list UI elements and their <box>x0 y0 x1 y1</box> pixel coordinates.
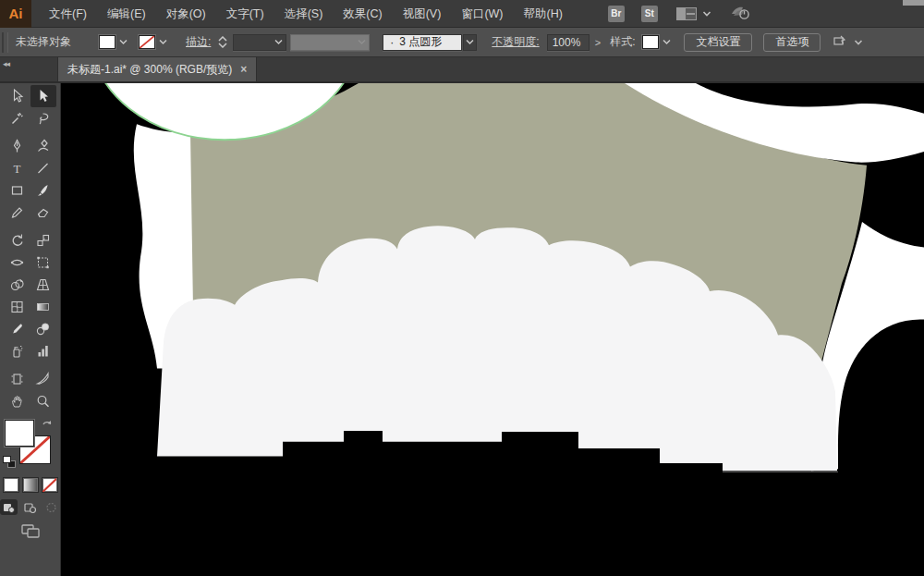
screen-mode-button[interactable] <box>0 523 60 539</box>
opacity-expand-button[interactable]: > <box>595 37 601 48</box>
type-icon: T <box>9 161 25 176</box>
hand-tool[interactable] <box>5 390 30 412</box>
eyedropper-icon <box>9 322 25 337</box>
none-button[interactable] <box>42 477 58 493</box>
swap-fill-stroke-icon[interactable] <box>41 418 54 435</box>
column-graph-icon <box>35 344 51 359</box>
gradient-button[interactable] <box>22 477 39 493</box>
eraser-tool[interactable] <box>30 202 56 224</box>
variable-width-profile-select <box>290 34 370 51</box>
perspective-grid-tool[interactable] <box>30 274 56 296</box>
brush-definition-chevron-icon[interactable] <box>463 34 477 51</box>
pen-tool[interactable] <box>5 135 30 157</box>
drawing-mode-buttons <box>0 499 60 515</box>
menu-help[interactable]: 帮助(H) <box>514 0 573 28</box>
control-bar: 未选择对象 描边: · 3 点圆形 不透明度: 100% > 样式: 文档设置 … <box>0 28 924 57</box>
free-transform-icon <box>35 255 51 270</box>
cs-live-icon[interactable] <box>730 3 752 25</box>
fill-color-chevron-icon[interactable] <box>117 35 129 49</box>
zoom-icon <box>35 394 51 409</box>
blend-tool[interactable] <box>30 318 56 340</box>
artboard-icon <box>9 372 25 386</box>
selection-status: 未选择对象 <box>16 34 71 50</box>
shape-builder-tool[interactable] <box>5 274 30 296</box>
slice-tool[interactable] <box>30 368 56 390</box>
tab-close-icon[interactable]: × <box>240 63 247 76</box>
tools-panel: T <box>0 83 61 576</box>
width-tool[interactable] <box>5 251 30 274</box>
workspace-layout-icon <box>676 7 697 20</box>
draw-normal-button[interactable] <box>0 499 18 515</box>
line-segment-tool[interactable] <box>30 157 56 179</box>
lasso-tool[interactable] <box>30 107 56 129</box>
menu-effect[interactable]: 效果(C) <box>333 0 392 28</box>
menu-type[interactable]: 文字(T) <box>216 0 274 28</box>
stroke-weight-select[interactable] <box>233 34 286 51</box>
canvas-area[interactable] <box>61 83 924 576</box>
bridge-button[interactable]: Br <box>608 6 625 22</box>
menu-select[interactable]: 选择(S) <box>274 0 334 28</box>
tool-group <box>0 85 60 129</box>
symbol-sprayer-tool[interactable] <box>5 340 30 362</box>
zoom-tool[interactable] <box>30 390 56 412</box>
column-graph-tool[interactable] <box>30 340 56 362</box>
menu-view[interactable]: 视图(V) <box>393 0 452 28</box>
opacity-link[interactable]: 不透明度: <box>492 34 539 50</box>
artwork <box>61 83 924 576</box>
direct-selection-icon <box>35 89 51 104</box>
illustrator-logo-icon: Ai <box>0 0 31 28</box>
default-fill-stroke-icon[interactable] <box>3 456 16 468</box>
menu-object[interactable]: 对象(O) <box>156 0 216 28</box>
control-bar-grip[interactable] <box>2 32 8 53</box>
paintbrush-icon <box>35 183 51 198</box>
chevron-down-icon <box>854 39 863 46</box>
control-panel-menu[interactable] <box>833 35 863 49</box>
free-transform-tool[interactable] <box>30 251 56 274</box>
rectangle-tool[interactable] <box>5 179 30 202</box>
gradient-tool[interactable] <box>30 296 56 318</box>
lasso-icon <box>35 111 51 126</box>
document-setup-button[interactable]: 文档设置 <box>684 33 752 52</box>
magic-wand-tool[interactable] <box>5 107 30 129</box>
curvature-tool[interactable] <box>30 135 56 157</box>
type-tool[interactable]: T <box>5 157 30 179</box>
document-tab[interactable]: 未标题-1.ai* @ 300% (RGB/预览) × <box>57 57 257 81</box>
style-chevron-icon[interactable] <box>661 35 673 49</box>
style-swatch[interactable] <box>642 35 659 49</box>
draw-behind-button[interactable] <box>21 499 39 515</box>
svg-text:T: T <box>14 162 21 176</box>
mesh-tool[interactable] <box>5 296 30 318</box>
artboard-tool[interactable] <box>5 368 30 390</box>
brush-bullet: · <box>390 36 394 49</box>
workspace-switcher[interactable] <box>676 7 711 20</box>
document-tab-bar: ◂◂ 未标题-1.ai* @ 300% (RGB/预览) × <box>0 57 924 83</box>
selection-tool[interactable] <box>5 85 30 107</box>
pen-icon <box>9 139 25 153</box>
opacity-input[interactable]: 100% <box>547 34 590 51</box>
color-button[interactable] <box>3 477 19 493</box>
color-mode-buttons <box>0 477 60 493</box>
eyedropper-tool[interactable] <box>5 318 30 340</box>
shape-builder-icon <box>9 277 25 292</box>
stroke-color-chevron-icon[interactable] <box>157 35 169 49</box>
direct-selection-tool[interactable] <box>30 85 56 107</box>
stroke-weight-stepper[interactable] <box>218 36 229 48</box>
stroke-color-swatch[interactable] <box>139 35 155 49</box>
stroke-weight-link[interactable]: 描边: <box>186 34 211 50</box>
blend-icon <box>35 322 51 337</box>
paintbrush-tool[interactable] <box>30 179 56 202</box>
preferences-button[interactable]: 首选项 <box>763 33 821 52</box>
stock-button[interactable]: St <box>641 6 658 22</box>
fill-color-swatch[interactable] <box>99 35 116 49</box>
scale-icon <box>35 233 51 248</box>
brush-definition-select[interactable]: · 3 点圆形 <box>383 34 462 51</box>
pencil-tool[interactable] <box>5 202 30 224</box>
curvature-icon <box>35 139 51 153</box>
panel-collapse-strip[interactable]: ◂◂ <box>0 57 57 81</box>
menu-edit[interactable]: 编辑(E) <box>97 0 156 28</box>
scale-tool[interactable] <box>30 229 56 251</box>
menu-file[interactable]: 文件(F) <box>39 0 97 28</box>
rotate-tool[interactable] <box>5 229 30 251</box>
menu-window[interactable]: 窗口(W) <box>451 0 513 28</box>
fill-proxy-swatch[interactable] <box>5 420 34 447</box>
